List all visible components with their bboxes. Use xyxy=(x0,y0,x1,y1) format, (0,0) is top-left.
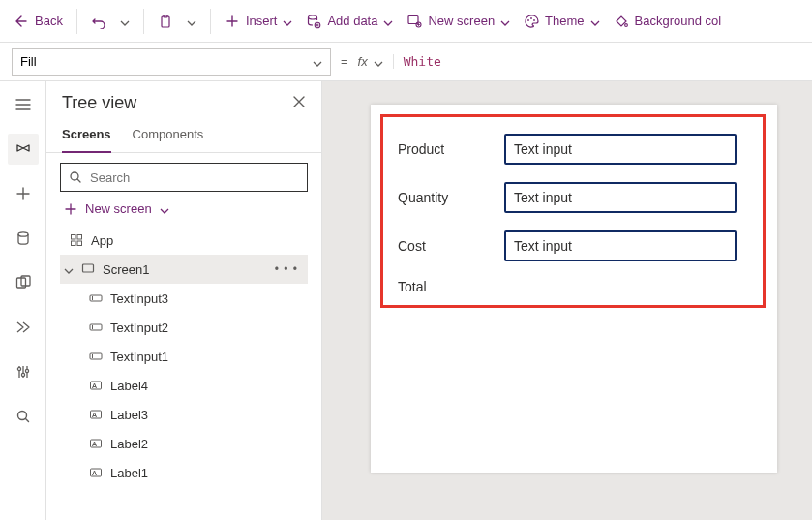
screen-icon xyxy=(81,262,95,276)
tree-view-panel: Tree view Screens Components New screen xyxy=(46,81,322,520)
node-label3[interactable]: Label3 xyxy=(60,400,308,429)
svg-point-13 xyxy=(17,367,20,370)
input-cost[interactable] xyxy=(504,230,737,261)
formula-bar: Fill = fx White xyxy=(0,43,812,81)
svg-point-15 xyxy=(25,369,28,372)
tab-screens[interactable]: Screens xyxy=(62,121,111,153)
undo-button[interactable] xyxy=(85,10,112,33)
paste-split-button[interactable] xyxy=(181,13,202,30)
fx-button[interactable]: fx xyxy=(358,54,394,69)
add-data-label: Add data xyxy=(327,14,377,28)
svg-point-10 xyxy=(18,232,28,236)
svg-point-14 xyxy=(21,373,24,376)
search-rail-button[interactable] xyxy=(8,401,39,432)
theme-button[interactable]: Theme xyxy=(518,10,605,33)
node-textinput2[interactable]: TextInput2 xyxy=(60,313,308,342)
node-label2[interactable]: Label2 xyxy=(60,429,308,458)
node-label: TextInput2 xyxy=(110,321,168,335)
chevron-down-icon xyxy=(500,16,510,26)
command-bar: Back Insert Add data xyxy=(0,0,812,43)
tree-view-button[interactable] xyxy=(8,134,39,165)
back-arrow-icon xyxy=(14,14,29,29)
palette-icon xyxy=(524,14,539,29)
svg-rect-24 xyxy=(90,324,102,330)
svg-rect-22 xyxy=(83,264,94,272)
node-label1[interactable]: Label1 xyxy=(60,458,308,487)
node-more-button[interactable]: • • • xyxy=(275,262,304,276)
data-sources-button[interactable] xyxy=(8,223,39,254)
node-screen1-label: Screen1 xyxy=(103,262,149,277)
svg-rect-19 xyxy=(77,235,82,240)
label-icon xyxy=(89,379,103,392)
undo-split-button[interactable] xyxy=(114,13,135,30)
back-button[interactable]: Back xyxy=(8,10,69,33)
tab-components[interactable]: Components xyxy=(133,121,204,153)
hamburger-button[interactable] xyxy=(8,89,39,120)
media-button[interactable] xyxy=(8,267,39,298)
label-total[interactable]: Total xyxy=(398,279,495,294)
node-textinput1[interactable]: TextInput1 xyxy=(60,342,308,371)
separator xyxy=(210,9,211,34)
node-label: TextInput3 xyxy=(110,291,168,306)
node-label4[interactable]: Label4 xyxy=(60,371,308,400)
input-quantity[interactable] xyxy=(504,182,737,213)
new-screen-label: New screen xyxy=(428,14,495,28)
tree-search-input[interactable] xyxy=(90,170,299,185)
svg-rect-25 xyxy=(90,353,102,359)
tree-search[interactable] xyxy=(60,163,308,192)
tree-title: Tree view xyxy=(62,93,136,113)
paste-button[interactable] xyxy=(152,10,179,33)
tree-header: Tree view xyxy=(46,81,321,121)
power-automate-button[interactable] xyxy=(8,312,39,343)
insert-label: Insert xyxy=(246,14,278,28)
chevron-down-icon xyxy=(283,16,292,26)
svg-rect-18 xyxy=(72,235,76,240)
node-label: TextInput1 xyxy=(110,350,168,364)
equals-label: = xyxy=(341,54,348,69)
node-label: Label3 xyxy=(110,408,148,422)
tree-body: New screen App Screen1 • • • xyxy=(46,153,321,520)
label-cost[interactable]: Cost xyxy=(398,238,495,254)
canvas-screen[interactable]: Product Quantity Cost Total xyxy=(371,105,777,473)
plus-icon xyxy=(64,202,77,216)
label-product[interactable]: Product xyxy=(398,141,495,157)
separator xyxy=(143,9,144,34)
insert-button[interactable]: Insert xyxy=(219,10,299,33)
total-value xyxy=(504,279,737,294)
chevron-down-icon xyxy=(160,204,169,214)
chevron-down-icon xyxy=(590,16,600,26)
label-quantity[interactable]: Quantity xyxy=(398,190,495,205)
main-area: Tree view Screens Components New screen xyxy=(0,81,812,520)
theme-label: Theme xyxy=(545,14,584,28)
clipboard-icon xyxy=(158,14,173,29)
label-icon xyxy=(89,408,103,421)
node-label: Label1 xyxy=(110,466,148,480)
node-screen1[interactable]: Screen1 • • • xyxy=(60,255,308,284)
node-app-label: App xyxy=(91,233,113,248)
chevron-down-icon xyxy=(374,57,383,67)
input-product[interactable] xyxy=(504,134,737,165)
left-rail xyxy=(0,81,46,520)
property-selector[interactable]: Fill xyxy=(12,48,331,76)
search-icon xyxy=(69,170,82,184)
tree-new-screen-label: New screen xyxy=(85,201,152,216)
background-color-button[interactable]: Background col xyxy=(608,10,728,33)
insert-rail-button[interactable] xyxy=(8,178,39,209)
close-panel-button[interactable] xyxy=(292,95,306,112)
node-textinput3[interactable]: TextInput3 xyxy=(60,284,308,313)
advanced-tools-button[interactable] xyxy=(8,356,39,387)
fx-label: fx xyxy=(358,54,368,69)
chevron-down-icon xyxy=(313,57,322,67)
bg-color-label: Background col xyxy=(635,14,722,28)
tree-tabs: Screens Components xyxy=(46,121,321,153)
tree-new-screen-button[interactable]: New screen xyxy=(60,192,308,226)
canvas-area: Product Quantity Cost Total xyxy=(322,81,812,520)
form-grid: Product Quantity Cost Total xyxy=(398,134,737,294)
formula-input[interactable]: White xyxy=(404,54,800,69)
textinput-icon xyxy=(89,291,103,305)
add-data-button[interactable]: Add data xyxy=(300,10,399,33)
screen-plus-icon xyxy=(406,14,422,29)
node-app[interactable]: App xyxy=(60,226,308,255)
label-icon xyxy=(89,466,103,479)
new-screen-button[interactable]: New screen xyxy=(401,10,516,33)
